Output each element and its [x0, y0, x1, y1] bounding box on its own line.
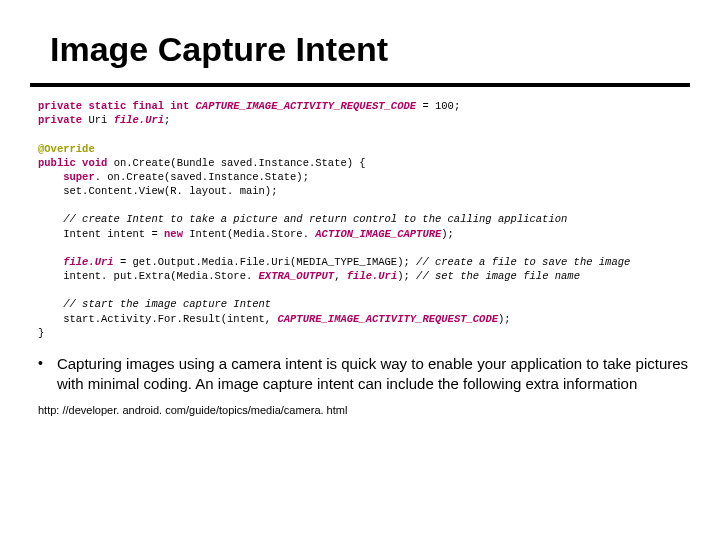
slide-title: Image Capture Intent	[50, 30, 690, 69]
code-text: set.Content.View(R. layout. main);	[38, 185, 277, 197]
code-text: Intent(Media.Store.	[189, 228, 315, 240]
code-text: = get.Output.Media.File.Uri(MEDIA_TYPE_I…	[114, 256, 416, 268]
code-text: on.Create(Bundle saved.Instance.State) {	[114, 157, 366, 169]
code-const: ACTION_IMAGE_CAPTURE	[315, 228, 441, 240]
code-keyword: public void	[38, 157, 114, 169]
code-keyword: private	[38, 114, 88, 126]
code-annotation: @Override	[38, 143, 95, 155]
code-keyword: super	[38, 171, 95, 183]
code-text: );	[441, 228, 454, 240]
bullet-item: • Capturing images using a camera intent…	[38, 354, 690, 395]
code-field: file.Uri	[114, 114, 164, 126]
footer-url: http: //developer. android. com/guide/to…	[38, 404, 690, 416]
code-comment: // start the image capture Intent	[38, 298, 271, 310]
code-text: );	[498, 313, 511, 325]
code-text: ,	[334, 270, 347, 282]
code-const: CAPTURE_IMAGE_ACTIVITY_REQUEST_CODE	[277, 313, 498, 325]
code-text: ;	[164, 114, 170, 126]
bullet-dot: •	[38, 354, 43, 395]
divider-rule	[30, 83, 690, 87]
code-text: start.Activity.For.Result(intent,	[38, 313, 277, 325]
code-text: }	[38, 327, 44, 339]
slide: Image Capture Intent private static fina…	[0, 0, 720, 540]
code-text: );	[397, 270, 416, 282]
code-field: file.Uri	[38, 256, 114, 268]
code-block: private static final int CAPTURE_IMAGE_A…	[38, 99, 690, 340]
code-keyword: private static final int	[38, 100, 196, 112]
code-field: file.Uri	[347, 270, 397, 282]
code-text: = 100;	[416, 100, 460, 112]
bullet-text: Capturing images using a camera intent i…	[57, 354, 690, 395]
code-text: Intent intent =	[38, 228, 164, 240]
code-text: Uri	[88, 114, 113, 126]
code-comment: // set the image file name	[416, 270, 580, 282]
code-text: . on.Create(saved.Instance.State);	[95, 171, 309, 183]
code-const: CAPTURE_IMAGE_ACTIVITY_REQUEST_CODE	[196, 100, 417, 112]
code-comment: // create a file to save the image	[416, 256, 630, 268]
code-const: EXTRA_OUTPUT	[259, 270, 335, 282]
code-keyword: new	[164, 228, 189, 240]
code-comment: // create Intent to take a picture and r…	[38, 213, 567, 225]
code-text: intent. put.Extra(Media.Store.	[38, 270, 259, 282]
